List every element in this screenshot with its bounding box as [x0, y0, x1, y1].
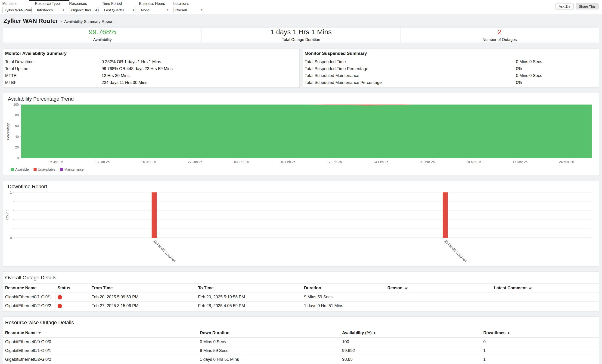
col-duration: Duration	[302, 283, 386, 293]
col-latest-comment: Latest Comment	[492, 283, 599, 293]
selected-value: Zylker WAN Router	[4, 8, 32, 12]
cell-from-time: Feb 27, 2025 3:15:06 PM	[89, 302, 196, 310]
cell-availability: 100	[340, 338, 482, 346]
ask-zia-button[interactable]: Ask Zia	[556, 3, 574, 10]
cell-resource-name: GigabitEthernet0/1-Gi0/1	[3, 346, 198, 355]
monitor-name: Zylker WAN Router	[3, 17, 58, 24]
summary-row-label: Total Scheduled Maintenance Percentage	[305, 80, 516, 85]
summary-row-label: Total Uptime	[5, 66, 102, 71]
y-tick-label: 80	[15, 113, 19, 117]
y-tick-label: 0	[10, 236, 12, 239]
sort-updown-icon[interactable]	[374, 332, 376, 334]
cell-duration: 1 days 0 Hrs 51 Mins	[302, 302, 386, 310]
chevron-down-icon: ▾	[96, 8, 97, 11]
filters-container: MonitorsZylker WAN Router▾Resource TypeI…	[2, 2, 207, 13]
summary-row: Total Uptime99.768% OR 448 days 22 Hrs 5…	[3, 65, 299, 72]
cell-availability: 98.85	[340, 355, 482, 364]
col-from-time: From Time	[89, 283, 196, 293]
monitor-suspended-summary: Monitor Suspended Summary Total Suspende…	[303, 49, 599, 88]
cell-reason	[386, 302, 492, 310]
downtime-chart: 0116-Feb-25 12:00 AM23-Feb-25 12:00 AMCo…	[3, 190, 599, 264]
available-swatch	[11, 168, 14, 171]
outage-row: GigabitEthernet0/1-Gi0/1↓Feb 20, 2025 5:…	[3, 293, 599, 302]
availability-trend-card: Availability Percentage Trend 0204060801…	[3, 93, 599, 175]
summary-row-label: MTBF	[5, 80, 102, 85]
table-body: GigabitEthernet0/1-Gi0/1↓Feb 20, 2025 5:…	[3, 293, 599, 310]
section-title: Overall Outage Details	[3, 272, 599, 283]
selected-value: GigabitEther...	[71, 8, 94, 12]
selected-value: None	[141, 8, 150, 12]
filter-label: Business Hours	[139, 2, 170, 6]
section-title: Monitor Availability Summary	[3, 49, 299, 58]
monitor-availability-summary: Monitor Availability Summary Total Downt…	[3, 49, 300, 88]
filter-select-time-period[interactable]: Last Quarter▾	[102, 7, 136, 13]
filter-resources: ResourcesGigabitEther...4 more▾	[69, 2, 99, 13]
availability-trend-chart: 02040608010006-Jan-2513-Jan-2520-Jan-252…	[3, 102, 599, 166]
filter-select-locations[interactable]: Overall▾	[173, 7, 204, 13]
resource-outage-row: GigabitEthernet0/1-Gi0/19 Mins 59 Secs99…	[3, 346, 599, 355]
summary-label: Availability	[93, 37, 112, 42]
y-tick-label: 100	[13, 103, 19, 106]
sort-desc-icon[interactable]	[38, 332, 41, 334]
x-tick-label: 03-Mar-25	[420, 160, 435, 164]
filter-label: Resource Type	[35, 2, 66, 6]
x-tick-label: 13-Jan-25	[95, 160, 110, 164]
x-tick-label: 24-Mar-25	[559, 160, 574, 164]
chart-title: Downtime Report	[3, 181, 599, 190]
filter-select-business-hours[interactable]: None▾	[139, 7, 170, 13]
legend-item-unavailable: Unavailable	[33, 168, 55, 171]
cell-downtimes: 1	[482, 355, 599, 364]
summary-value: 1 days 1 Hrs 1 Mins	[270, 28, 332, 36]
col-to-time: To Time	[196, 283, 302, 293]
share-this-button[interactable]: Share This	[576, 3, 599, 10]
col-resource-name: Resource Name	[3, 283, 56, 293]
summary-row-value: 0 Mins 0 Secs	[516, 73, 542, 78]
sort-up-arrow	[374, 332, 376, 333]
summary-value: 99.768%	[89, 28, 116, 36]
status-down-icon: ↓	[58, 304, 62, 308]
cell-reason	[386, 293, 492, 302]
maintenance-swatch	[60, 168, 63, 171]
summary-row-label: Total Downtime	[5, 59, 102, 64]
filter-time-period: Time PeriodLast Quarter▾	[102, 2, 136, 13]
cell-downtimes: 0	[482, 338, 599, 346]
downtime-bar[interactable]	[443, 192, 448, 238]
x-tick-label: 10-Mar-25	[466, 160, 481, 164]
filter-select-resources[interactable]: GigabitEther...4 more▾	[69, 7, 99, 13]
summary-row: Total Suspended Time Percentage0%	[303, 65, 599, 72]
cell-availability: 99.992	[340, 346, 482, 355]
col-resource-name: Resource Name	[3, 328, 198, 338]
y-axis-title: Count	[5, 210, 9, 220]
legend-item-maintenance: Maintenance	[60, 168, 84, 171]
filter-business-hours: Business HoursNone▾	[139, 2, 170, 13]
filter-select-monitors[interactable]: Zylker WAN Router▾	[2, 7, 32, 13]
col-downtimes: Downtimes	[482, 328, 599, 338]
cell-from-time: Feb 20, 2025 5:09:59 PM	[89, 293, 196, 302]
summary-row-label: MTTR	[5, 73, 102, 78]
x-tick-label: 10-Feb-25	[280, 160, 295, 164]
cell-resource-name: GigabitEthernet0/1-Gi0/1	[3, 293, 56, 302]
col-reason: Reason	[386, 283, 492, 293]
filter-select-resource-type[interactable]: Interfaces▾	[35, 7, 66, 13]
column-filter-icon[interactable]	[528, 287, 532, 290]
summary-row: Total Downtime0.232% OR 1 days 1 Hrs 1 M…	[3, 58, 299, 65]
y-tick-label: 1	[10, 191, 12, 194]
summary-row-value: 12 Hrs 30 Mins	[102, 73, 129, 78]
availability-trend-chart-container: 02040608010006-Jan-2513-Jan-2520-Jan-252…	[3, 102, 599, 167]
y-axis-title: Percentage	[6, 122, 10, 140]
cell-to-time: Feb 28, 2025 4:05:59 PM	[196, 302, 302, 310]
col-status: Status	[56, 283, 90, 293]
filter-label: Time Period	[102, 2, 136, 6]
sort-updown-icon[interactable]	[508, 332, 509, 334]
summary-label: Total Outage Duration	[282, 37, 320, 42]
chart-legend: AvailableUnavailableMaintenance	[11, 168, 599, 171]
column-filter-icon[interactable]	[404, 287, 408, 290]
suspended-summary-rows: Total Suspended Time0 Mins 0 SecsTotal S…	[303, 58, 599, 86]
x-tick-label: 17-Feb-25	[327, 160, 342, 164]
chevron-down-icon: ▾	[63, 8, 64, 11]
downtime-bar[interactable]	[152, 192, 157, 238]
summary-row: MTBF224 days 11 Hrs 30 Mins	[3, 79, 299, 86]
status-down-icon: ↓	[58, 295, 62, 300]
y-tick-label: 60	[15, 124, 19, 128]
outage-row: GigabitEthernet0/2-Gi0/2↓Feb 27, 2025 3:…	[3, 302, 599, 310]
